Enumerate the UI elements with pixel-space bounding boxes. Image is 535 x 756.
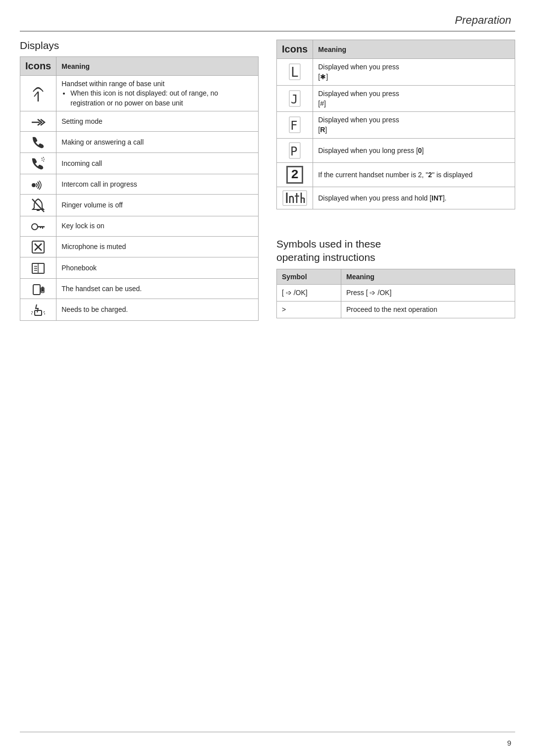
table-row: J Displayed when you press[#]	[277, 85, 515, 112]
table-row: Needs to be charged.	[20, 299, 259, 321]
antenna-icon	[20, 76, 56, 111]
symbol-ok: [ ➩ /OK]	[277, 285, 341, 302]
p-meaning: Displayed when you long press [0]	[313, 138, 515, 162]
right-column: Icons Meaning L	[276, 40, 515, 321]
call-meaning: Making or answering a call	[56, 132, 259, 153]
displays-heading: Displays	[20, 40, 259, 51]
displays-table: Icons Meaning	[20, 56, 259, 321]
lcd-hash-icon: J	[277, 85, 313, 112]
intercom-meaning: Intercom call in progress	[56, 174, 259, 194]
svg-rect-21	[42, 288, 44, 292]
lcd-2-icon: 2	[277, 162, 313, 187]
table-row: Displayed when you press and hold [INT].	[277, 187, 515, 209]
symbol-ok-meaning: Press [ ➩ /OK]	[341, 285, 515, 302]
antenna-meaning: Handset within range of base unit When t…	[56, 76, 259, 111]
table-row: Microphone is muted	[20, 236, 259, 257]
symbols-table: Symbol Meaning [ ➩ /OK] Press [ ➩ /OK]	[276, 269, 515, 318]
table-row: Making or answering a call	[20, 132, 259, 153]
table-row: Ringer volume is off	[20, 194, 259, 216]
page-number: 9	[507, 739, 511, 747]
svg-point-6	[32, 224, 38, 230]
mute-meaning: Microphone is muted	[56, 236, 259, 257]
table-row: P Displayed when you long press [0]	[277, 138, 515, 162]
table-row: Key lock is on	[20, 216, 259, 236]
lcd-p-icon: P	[277, 138, 313, 162]
charge-meaning: Needs to be charged.	[56, 299, 259, 321]
mute-icon	[20, 236, 56, 257]
table-row: The handset can be used.	[20, 279, 259, 299]
intercom-icon	[20, 174, 56, 194]
hash-meaning: Displayed when you press[#]	[313, 85, 515, 112]
svg-text:J: J	[291, 93, 298, 106]
table-row: Incoming call	[20, 153, 259, 174]
svg-line-25	[44, 311, 45, 312]
svg-rect-18	[33, 285, 40, 295]
setting-mode-meaning: Setting mode	[56, 111, 259, 132]
lcd-r-icon: F	[277, 112, 313, 139]
2-meaning: If the current handset number is 2, "2" …	[313, 162, 515, 187]
call-icon	[20, 132, 56, 153]
symbol-arrow: >	[277, 301, 341, 318]
svg-text:P: P	[290, 145, 297, 158]
svg-text:F: F	[290, 119, 297, 133]
incoming-call-meaning: Incoming call	[56, 153, 259, 174]
svg-line-24	[32, 311, 33, 312]
key-lock-icon	[20, 216, 56, 236]
phonebook-meaning: Phonebook	[56, 257, 259, 279]
ringer-off-meaning: Ringer volume is off	[56, 194, 259, 216]
symbols-heading: Symbols used in these operating instruct…	[276, 237, 515, 264]
lcd-asterisk-icon: L	[277, 59, 313, 86]
symbols-col1-header: Symbol	[277, 269, 341, 285]
top-divider	[20, 31, 515, 32]
phonebook-icon	[20, 257, 56, 279]
setting-mode-icon	[20, 111, 56, 132]
svg-point-3	[32, 183, 36, 187]
left-column: Displays Icons Meaning	[20, 40, 259, 321]
right-icons-table: Icons Meaning L	[276, 40, 515, 209]
int-meaning: Displayed when you press and hold [INT].	[313, 187, 515, 209]
symbols-col2-header: Meaning	[341, 269, 515, 285]
right-col2-header: Meaning	[313, 40, 515, 59]
table-row: > Proceed to the next operation	[277, 301, 515, 318]
table-row: Handset within range of base unit When t…	[20, 76, 259, 111]
displays-col2-header: Meaning	[56, 57, 259, 76]
displays-col1-header: Icons	[20, 57, 56, 76]
lcd-int-icon	[277, 187, 313, 209]
handset-usable-icon	[20, 279, 56, 299]
table-row: [ ➩ /OK] Press [ ➩ /OK]	[277, 285, 515, 302]
table-row: L Displayed when you press[✱]	[277, 59, 515, 86]
table-row: F Displayed when you press[R]	[277, 112, 515, 139]
bottom-divider	[20, 732, 515, 732]
charge-icon	[20, 299, 56, 321]
two-column-layout: Displays Icons Meaning	[20, 40, 515, 321]
handset-usable-meaning: The handset can be used.	[56, 279, 259, 299]
page-title: Preparation	[455, 14, 511, 27]
main-content: Displays Icons Meaning	[20, 40, 515, 321]
table-row: Setting mode	[20, 111, 259, 132]
svg-rect-22	[35, 310, 42, 315]
ringer-off-icon	[20, 194, 56, 216]
r-meaning: Displayed when you press[R]	[313, 112, 515, 139]
table-row: Phonebook	[20, 257, 259, 279]
symbol-arrow-meaning: Proceed to the next operation	[341, 301, 515, 318]
svg-text:L: L	[291, 65, 299, 80]
table-row: 2 If the current handset number is 2, "2…	[277, 162, 515, 187]
key-lock-meaning: Key lock is on	[56, 216, 259, 236]
right-col1-header: Icons	[277, 40, 313, 59]
incoming-call-icon	[20, 153, 56, 174]
svg-rect-20	[42, 287, 44, 288]
asterisk-meaning: Displayed when you press[✱]	[313, 59, 515, 86]
table-row: Intercom call in progress	[20, 174, 259, 194]
